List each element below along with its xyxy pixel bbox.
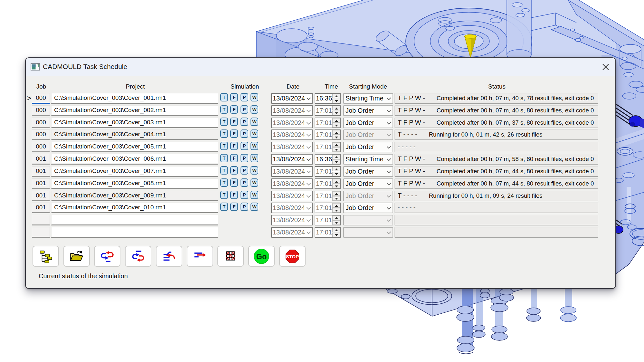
svg-text:STOP: STOP — [286, 254, 299, 259]
svg-text:Go: Go — [256, 252, 267, 261]
